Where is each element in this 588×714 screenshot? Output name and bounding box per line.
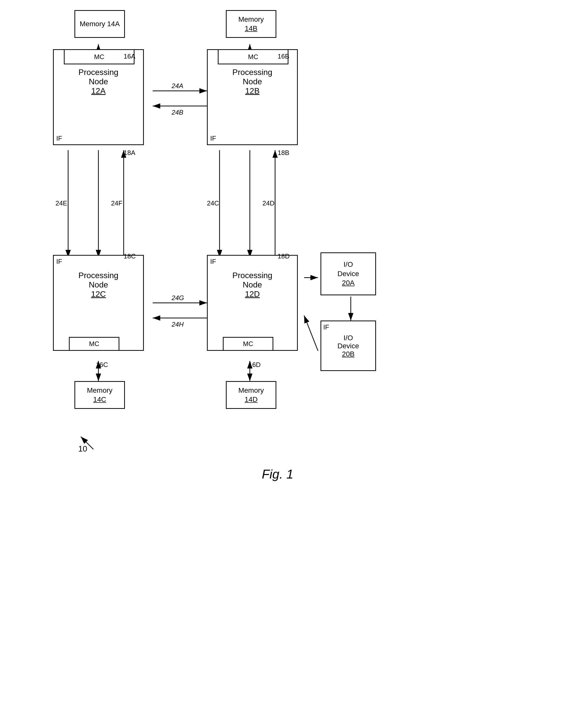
label-18a: 18A	[124, 149, 135, 157]
ref-arrow	[73, 432, 103, 452]
proc-node-12c: IF ProcessingNode12C MC	[53, 255, 144, 351]
label-24g: 24G	[172, 294, 184, 302]
svg-line-21	[81, 437, 93, 449]
svg-line-20	[304, 315, 318, 351]
memory-14c: Memory14C	[75, 381, 125, 409]
mc-label-12a: MC	[94, 53, 104, 61]
label-18c: 18C	[124, 252, 136, 260]
if-label-12c-top: IF	[56, 258, 62, 266]
label-18d: 18D	[278, 252, 290, 260]
if-label-12b: IF	[210, 134, 216, 142]
diagram: Memory 14A Memory14B MC ProcessingNode12…	[0, 0, 588, 714]
memory-14b: Memory14B	[226, 10, 276, 38]
figure-label: Fig. 1	[227, 467, 328, 482]
node-12c-label: ProcessingNode12C	[54, 271, 143, 299]
memory-14a: Memory 14A	[75, 10, 125, 38]
label-16d: 16D	[249, 361, 261, 369]
io-device-20b-label: I/ODevice20B	[321, 334, 375, 358]
proc-node-12d: IF ProcessingNode12D MC	[207, 255, 298, 351]
if-label-20b: IF	[323, 323, 329, 331]
node-12a-label: ProcessingNode12A	[54, 68, 143, 96]
label-24c: 24C	[207, 200, 219, 207]
mc-label-12b: MC	[248, 53, 258, 61]
label-24a: 24A	[172, 82, 183, 90]
mc-label-12c: MC	[89, 340, 99, 348]
if-label-12d-top: IF	[210, 258, 216, 266]
node-12d-label: ProcessingNode12D	[208, 271, 297, 299]
label-24e: 24E	[56, 200, 67, 207]
label-18b: 18B	[278, 149, 289, 157]
label-24b: 24B	[172, 108, 183, 117]
label-24h: 24H	[172, 320, 184, 328]
memory-14d: Memory14D	[226, 381, 276, 409]
if-label-12a: IF	[56, 134, 62, 142]
io-device-20b: IF I/ODevice20B	[320, 320, 376, 371]
proc-node-12b: MC ProcessingNode12B IF	[207, 49, 298, 145]
proc-node-12a: MC ProcessingNode12A IF	[53, 49, 144, 145]
label-16a: 16A	[124, 52, 135, 60]
label-16c: 16C	[96, 361, 108, 369]
label-16b: 16B	[278, 52, 289, 60]
label-24d: 24D	[262, 200, 275, 207]
io-device-20a: I/ODevice20A	[320, 252, 376, 295]
mc-label-12d: MC	[243, 340, 253, 348]
node-12b-label: ProcessingNode12B	[208, 68, 297, 96]
label-24f: 24F	[111, 200, 122, 207]
